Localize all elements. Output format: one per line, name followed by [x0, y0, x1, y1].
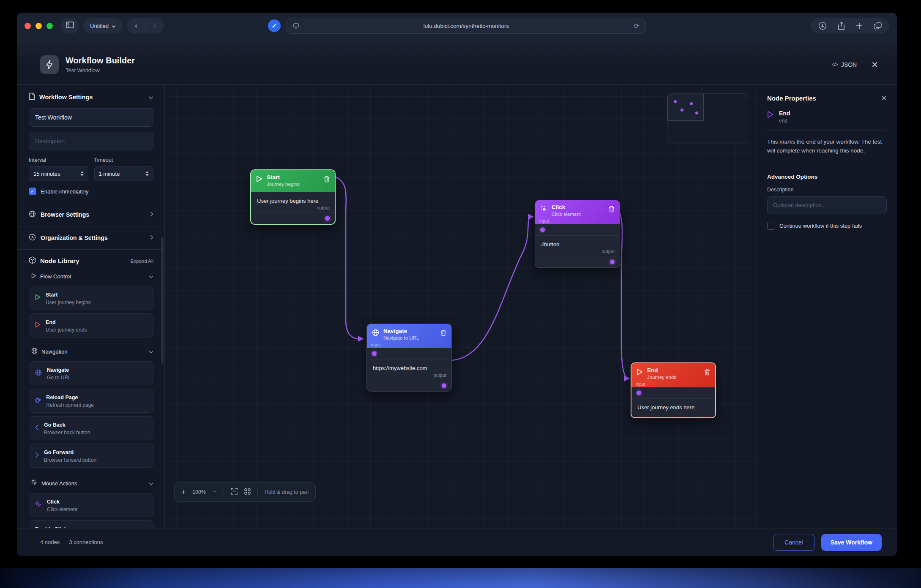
input-port[interactable]: [372, 351, 377, 356]
node-info-text: This marks the end of your workflow. The…: [767, 138, 887, 165]
nodes-count: 4 nodes: [40, 539, 60, 545]
library-item-go-back[interactable]: Go Back Browser back button: [30, 416, 153, 440]
desktop-wallpaper-glow: [0, 568, 921, 588]
minimap-node-dot: [681, 109, 683, 112]
cancel-button[interactable]: Cancel: [773, 534, 814, 551]
node-start[interactable]: Start Journey begins User journey begins…: [250, 169, 336, 225]
tab-title: Untitled: [90, 23, 109, 29]
workflow-description-input[interactable]: [29, 132, 153, 150]
group-mouse-actions[interactable]: Mouse Actions: [17, 474, 164, 490]
input-port[interactable]: [540, 228, 545, 232]
library-item-double-click[interactable]: Double Click: [30, 520, 153, 528]
save-workflow-button[interactable]: Save Workflow: [821, 534, 882, 551]
zoom-in-button[interactable]: +: [181, 488, 186, 496]
downloads-icon[interactable]: [818, 22, 827, 30]
workflow-settings-header[interactable]: Workflow Settings: [29, 93, 153, 101]
close-builder-icon[interactable]: ✕: [871, 60, 878, 70]
trash-icon[interactable]: [609, 206, 615, 212]
node-description: User journey begins here: [251, 192, 335, 204]
chevron-down-icon: [148, 94, 153, 101]
node-description-input[interactable]: [767, 196, 887, 214]
zoom-out-button[interactable]: −: [213, 488, 217, 496]
output-port[interactable]: [610, 260, 615, 264]
minimap[interactable]: [667, 93, 748, 144]
chevron-down-icon: [149, 273, 153, 280]
node-navigate[interactable]: Navigate Navigate to URL input: [366, 324, 452, 392]
library-item-reload-page[interactable]: ⟳ Reload Page Refresh current page: [30, 389, 153, 413]
connections-count: 3 connections: [69, 539, 103, 545]
input-port[interactable]: [637, 391, 641, 395]
cube-icon: [29, 256, 36, 265]
globe-icon: [29, 210, 36, 219]
workflow-name-input[interactable]: [29, 108, 153, 127]
output-label: output: [535, 248, 620, 256]
sidebar-item-browser-settings[interactable]: Browser Settings: [17, 203, 164, 226]
close-window-button[interactable]: [25, 23, 31, 29]
chevron-down-icon: [149, 348, 153, 355]
share-icon[interactable]: [838, 22, 845, 30]
traffic-lights: [25, 23, 53, 29]
zoom-window-button[interactable]: [46, 23, 53, 29]
json-view-button[interactable]: </> JSON: [832, 61, 857, 68]
library-item-start[interactable]: Start User journey begins: [30, 286, 153, 310]
close-panel-icon[interactable]: ✕: [881, 94, 887, 102]
output-label: output: [251, 204, 335, 212]
workflow-canvas[interactable]: Start Journey begins User journey begins…: [165, 85, 757, 528]
back-button[interactable]: ‹: [127, 22, 145, 30]
address-area: ✓ lulu.dubici.com/synthetic-monitors ⟳: [268, 18, 646, 34]
output-port[interactable]: [442, 384, 446, 388]
trash-icon[interactable]: [440, 329, 446, 336]
input-label: input: [636, 381, 645, 387]
trash-icon[interactable]: [324, 176, 330, 182]
expand-all-link[interactable]: Expand All: [131, 259, 153, 264]
browser-toolbar: Untitled ‹ › ✓ lulu.dubici.com/synth: [17, 13, 897, 39]
timeout-select[interactable]: 1 minute: [94, 166, 154, 181]
globe-icon: [372, 329, 379, 336]
sidebar-item-organization-settings[interactable]: Organization & Settings: [17, 226, 164, 249]
library-item-end[interactable]: End User journey ends: [30, 313, 153, 338]
trash-icon[interactable]: [704, 369, 710, 376]
node-click[interactable]: Click Click element input: [535, 200, 620, 268]
chevron-right-icon: [150, 234, 153, 241]
end-play-icon: [767, 111, 774, 120]
library-item-click[interactable]: Click Click element: [30, 493, 153, 517]
extension-check-badge[interactable]: ✓: [268, 19, 281, 32]
workflow-edges: [165, 85, 757, 528]
minimap-node-dot: [695, 112, 698, 114]
interval-select[interactable]: 15 minutes: [29, 166, 88, 181]
address-bar[interactable]: lulu.dubici.com/synthetic-monitors ⟳: [287, 18, 646, 34]
continue-on-fail-checkbox[interactable]: [767, 222, 775, 230]
node-selector-value: #button: [535, 236, 620, 248]
group-navigation[interactable]: Navigation: [17, 342, 164, 358]
tab-overview-icon[interactable]: [874, 22, 882, 30]
node-end[interactable]: End Journey ends input: [631, 362, 716, 418]
library-item-navigate[interactable]: Navigate Go to URL: [30, 361, 153, 385]
cursor-click-icon: [31, 479, 38, 487]
stepper-icon: [80, 171, 84, 176]
chevron-left-icon: [35, 425, 39, 432]
url-text: lulu.dubici.com/synthetic-monitors: [287, 23, 645, 29]
end-play-icon: [35, 321, 41, 329]
chevron-right-icon: [35, 452, 39, 460]
history-nav: ‹ ›: [127, 18, 164, 33]
grid-layout-icon[interactable]: [244, 488, 251, 496]
new-tab-icon[interactable]: [856, 22, 863, 29]
forward-button[interactable]: ›: [145, 22, 164, 30]
browser-sidebar-toggle[interactable]: [60, 18, 79, 33]
timeout-label: Timeout: [94, 157, 154, 163]
fit-view-icon[interactable]: [231, 488, 238, 496]
reload-icon[interactable]: ⟳: [634, 22, 640, 30]
description-label: Description: [767, 187, 887, 193]
sidebar-scrollbar[interactable]: [161, 237, 164, 364]
stepper-icon: [145, 171, 149, 176]
tab-title-menu[interactable]: Untitled: [83, 18, 123, 33]
node-properties-panel: Node Properties ✕ End end This marks the…: [757, 85, 897, 528]
library-item-go-forward[interactable]: Go Forward Browser forward button: [30, 444, 153, 468]
browser-window: Untitled ‹ › ✓ lulu.dubici.com/synth: [17, 13, 897, 556]
canvas-toolbar: + 100% −: [174, 482, 316, 502]
navigate-globe-icon: [35, 369, 42, 378]
minimize-window-button[interactable]: [36, 23, 42, 29]
enable-immediately-checkbox[interactable]: ✓: [29, 188, 36, 195]
group-flow-control[interactable]: Flow Control: [17, 267, 164, 283]
output-port[interactable]: [325, 216, 330, 221]
